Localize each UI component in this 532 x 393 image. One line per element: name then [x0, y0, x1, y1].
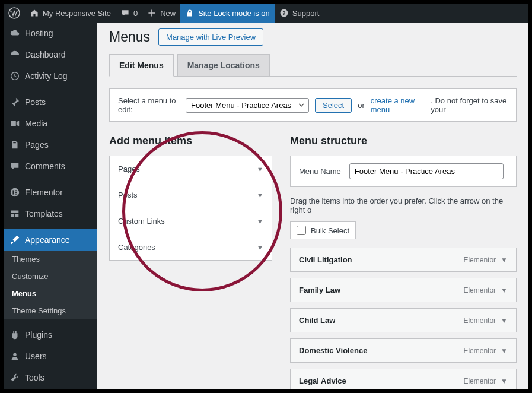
chevron-down-icon: ▼ [257, 244, 263, 251]
add-items-title: Add menu items [109, 135, 272, 147]
menu-item-title: Civil Litigation [299, 255, 352, 264]
comments-count: 0 [133, 9, 138, 18]
home-icon [30, 8, 39, 18]
comments-link[interactable]: 0 [116, 4, 142, 23]
new-link[interactable]: New [142, 4, 180, 23]
sidebar-sub-theme-settings[interactable]: Theme Settings [4, 302, 97, 319]
sidebar-sub-customize[interactable]: Customize [4, 268, 97, 285]
pages-icon [9, 140, 20, 150]
chevron-down-icon: ▼ [257, 218, 263, 225]
wp-logo[interactable] [4, 4, 25, 23]
comment-icon [120, 8, 130, 18]
sidebar-item-label: Dashboard [25, 50, 66, 59]
chevron-down-icon[interactable]: ▼ [501, 286, 508, 294]
sidebar-sub-label: Theme Settings [12, 306, 66, 315]
sidebar-item-media[interactable]: Media [4, 113, 97, 134]
svg-rect-7 [15, 192, 17, 193]
accordion-label: Pages [118, 164, 140, 173]
sidebar-item-activity-log[interactable]: Activity Log [4, 65, 97, 87]
sidebar-item-hosting[interactable]: Hosting [4, 23, 97, 44]
menu-select[interactable]: Footer Menu - Practice Areas [186, 98, 309, 113]
sidebar-item-tools[interactable]: Tools [4, 367, 97, 388]
site-lock-label: Site Lock mode is on [198, 9, 270, 18]
plug-icon [9, 329, 20, 340]
comment-icon [9, 161, 20, 172]
support-link[interactable]: ? Support [275, 4, 324, 23]
svg-rect-6 [15, 190, 17, 191]
sidebar-item-templates[interactable]: Templates [4, 203, 97, 224]
tab-edit-menus[interactable]: Edit Menus [109, 54, 174, 77]
sidebar-item-comments[interactable]: Comments [4, 156, 97, 177]
sidebar-item-elementor[interactable]: Elementor [4, 182, 97, 203]
sidebar-item-appearance[interactable]: Appearance [4, 229, 97, 251]
sidebar-item-label: Users [25, 351, 47, 361]
sidebar-item-label: Tools [25, 373, 44, 382]
bulk-select-label: Bulk Select [311, 226, 349, 235]
menu-item[interactable]: Civil LitigationElementor▼ [290, 248, 517, 272]
menu-name-row: Menu Name [290, 156, 517, 187]
bulk-select-wrap[interactable]: Bulk Select [290, 221, 356, 239]
tab-manage-locations[interactable]: Manage Locations [177, 54, 270, 76]
add-items-accordion: Pages▼ Posts▼ Custom Links▼ Categories▼ [109, 156, 272, 261]
sidebar-item-dashboard[interactable]: Dashboard [4, 44, 97, 65]
accordion-posts[interactable]: Posts▼ [110, 182, 272, 208]
tab-bar: Edit Menus Manage Locations [109, 54, 517, 77]
menu-item[interactable]: Legal AdviceElementor▼ [290, 369, 517, 389]
select-button[interactable]: Select [315, 98, 352, 113]
menu-select-row: Select a menu to edit: Footer Menu - Pra… [109, 88, 517, 122]
sidebar-item-label: Comments [25, 161, 65, 171]
user-icon [9, 351, 20, 362]
menu-item-type: Elementor [463, 347, 496, 355]
menu-name-input[interactable] [349, 163, 504, 179]
select-menu-label: Select a menu to edit: [118, 96, 180, 114]
gauge-icon [9, 49, 20, 60]
admin-bar: My Responsive Site 0 New Site Lock mode … [4, 4, 528, 23]
accordion-categories[interactable]: Categories▼ [110, 234, 272, 260]
site-name-label: My Responsive Site [43, 9, 111, 18]
chevron-down-icon[interactable]: ▼ [501, 347, 508, 355]
menu-item-title: Child Law [299, 316, 335, 325]
sidebar-item-pages[interactable]: Pages [4, 134, 97, 156]
sidebar-sub-label: Themes [12, 255, 40, 264]
create-new-menu-link[interactable]: create a new menu [371, 96, 425, 114]
pin-icon [9, 97, 20, 107]
sidebar-sub-themes[interactable]: Themes [4, 251, 97, 268]
help-icon: ? [279, 8, 289, 18]
menu-item-title: Domestic Violence [299, 346, 367, 355]
sidebar-item-label: Posts [25, 97, 46, 107]
menu-item[interactable]: Family LawElementor▼ [290, 278, 517, 302]
svg-rect-5 [12, 190, 14, 194]
sidebar-sub-label: Customize [12, 272, 48, 281]
chevron-down-icon: ▼ [257, 166, 263, 173]
admin-sidebar: Hosting Dashboard Activity Log Posts Med… [4, 23, 97, 389]
chevron-down-icon[interactable]: ▼ [501, 316, 508, 325]
accordion-custom-links[interactable]: Custom Links▼ [110, 208, 272, 234]
cloud-icon [9, 28, 20, 39]
sidebar-sub-label: Menus [12, 289, 36, 298]
sidebar-item-users[interactable]: Users [4, 346, 97, 367]
content-area: Menus Manage with Live Preview Edit Menu… [97, 23, 528, 389]
new-label: New [160, 9, 176, 18]
chevron-down-icon[interactable]: ▼ [501, 256, 508, 264]
sidebar-item-label: Appearance [25, 235, 70, 245]
sidebar-sub-menus[interactable]: Menus [4, 285, 97, 302]
sidebar-item-label: Elementor [25, 188, 63, 197]
sidebar-item-plugins[interactable]: Plugins [4, 324, 97, 346]
site-name-link[interactable]: My Responsive Site [25, 4, 116, 23]
clock-icon [9, 71, 20, 81]
drag-hint-text: Drag the items into the order you prefer… [290, 196, 517, 214]
plus-icon [147, 8, 157, 18]
page-title: Menus [109, 29, 150, 45]
bulk-select-checkbox[interactable] [297, 226, 306, 235]
menu-items-list: Civil LitigationElementor▼ Family LawEle… [290, 248, 517, 389]
sidebar-item-posts[interactable]: Posts [4, 91, 97, 113]
live-preview-button[interactable]: Manage with Live Preview [158, 28, 263, 46]
sidebar-item-label: Pages [25, 140, 49, 150]
accordion-pages[interactable]: Pages▼ [110, 156, 272, 182]
site-lock-notice[interactable]: Site Lock mode is on [180, 4, 275, 23]
menu-item[interactable]: Child LawElementor▼ [290, 308, 517, 332]
or-text: or [358, 101, 365, 110]
chevron-down-icon[interactable]: ▼ [501, 377, 508, 385]
save-hint-text: . Do not forget to save your [431, 96, 508, 114]
menu-item[interactable]: Domestic ViolenceElementor▼ [290, 338, 517, 363]
